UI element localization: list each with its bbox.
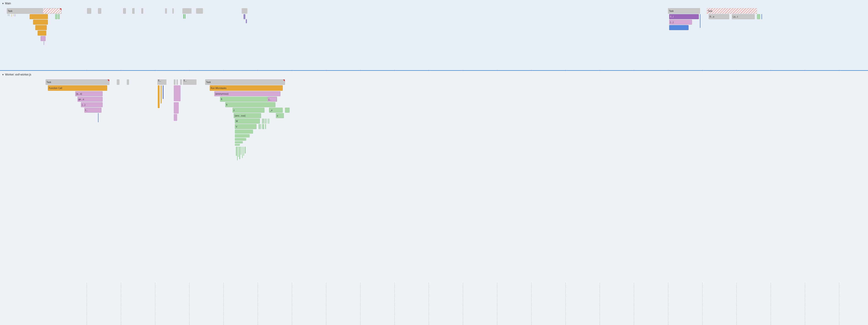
anous-block[interactable]: (ano...ous)	[234, 113, 261, 118]
fi-block[interactable]: F...l	[669, 14, 699, 19]
task-med-2[interactable]	[196, 8, 203, 14]
vline-right-1	[700, 14, 701, 28]
green-sub-5[interactable]	[235, 144, 240, 146]
anonymous-label: (anonymous)	[215, 93, 228, 95]
green-sub-4[interactable]	[235, 141, 243, 144]
blue-mid-1[interactable]	[163, 85, 163, 99]
ellipsis-block[interactable]: (...)	[81, 102, 102, 107]
thin-v-4	[262, 124, 264, 129]
main-orange-4[interactable]	[38, 31, 46, 36]
main-task-6[interactable]	[142, 8, 143, 14]
worker-section: ▼ Worker: exif-worker.js Task Function C…	[0, 71, 868, 282]
main-purple-1[interactable]	[40, 36, 45, 41]
worker-section-header[interactable]: ▼ Worker: exif-worker.js	[0, 72, 868, 77]
main-section-header[interactable]: ▼ Main	[0, 1, 868, 6]
re-block[interactable]: R...e	[709, 14, 729, 19]
fi-label: F...l	[670, 16, 674, 18]
main-task-3[interactable]	[98, 8, 101, 14]
f-block[interactable]: f...	[84, 108, 101, 113]
worker-small-1[interactable]	[117, 79, 120, 85]
t-label: T...	[157, 79, 162, 83]
main-green-1[interactable]	[55, 14, 58, 19]
main-task-right-1[interactable]: Task	[668, 8, 700, 14]
purple-mid-1[interactable]	[174, 85, 181, 101]
task-small-2[interactable]	[173, 8, 174, 14]
blue-line-worker	[98, 113, 98, 122]
o-block[interactable]: o	[276, 113, 284, 118]
green-sub-2[interactable]	[235, 134, 250, 138]
worker-task-1[interactable]: Task	[45, 79, 110, 85]
w-block[interactable]: W	[235, 119, 260, 124]
ellipsis-label: (...)	[82, 104, 85, 106]
function-call-label: Function Call	[49, 87, 62, 89]
task-small-1[interactable]	[165, 8, 167, 14]
tick-purp-2	[44, 41, 44, 45]
worker-task-tiny-1[interactable]	[174, 79, 176, 85]
parens-block[interactable]: (...)	[669, 20, 692, 25]
timeline-container: ▼ Main Task	[0, 0, 868, 325]
anous-label: (ano...ous)	[235, 115, 246, 117]
v-label: V	[236, 125, 237, 128]
main-orange-1[interactable]	[30, 14, 48, 19]
worker-task-3[interactable]: Task	[205, 79, 285, 85]
task-1060[interactable]	[242, 8, 247, 14]
bottom-line-5	[241, 147, 241, 155]
main-green-2[interactable]	[58, 14, 60, 19]
orange-mid-1[interactable]	[158, 85, 160, 108]
ne-label: _e	[270, 109, 273, 112]
blue-block-right[interactable]	[669, 25, 688, 30]
ft-block[interactable]: ft (...	[220, 97, 277, 102]
purple-1078[interactable]	[246, 19, 247, 23]
main-task-right-2[interactable]: Task	[707, 8, 757, 14]
ne-block[interactable]: _e	[269, 108, 283, 113]
orange-mid-2[interactable]	[161, 85, 162, 104]
thin-green-5	[267, 119, 268, 124]
as-block[interactable]: (a...s)	[75, 91, 102, 96]
thin-green-3	[265, 119, 265, 124]
f-label: f...	[85, 109, 88, 112]
worker-task-label-3: Task	[206, 81, 211, 84]
green-far-right[interactable]	[757, 14, 760, 19]
parens-label: (...)	[670, 21, 674, 24]
green-after-ne[interactable]	[285, 108, 289, 113]
gee-block[interactable]: ge...e	[78, 97, 102, 102]
green-tick-1	[183, 14, 184, 19]
thin-v-3	[261, 124, 261, 129]
purple-mid-2[interactable]	[174, 102, 179, 114]
last-block[interactable]: La...t	[732, 14, 755, 19]
worker-track-area: Task Function Call (a...s) ge...e (...) …	[0, 77, 868, 282]
function-call-block[interactable]: Function Call	[48, 85, 107, 91]
bottom-line-8	[245, 147, 246, 153]
main-task-4[interactable]	[123, 8, 126, 14]
worker-small-2[interactable]	[127, 79, 129, 85]
worker-task-label-1: Task	[46, 81, 51, 84]
bottom-line-6	[242, 147, 243, 158]
v-block[interactable]: V	[235, 124, 256, 129]
section-divider	[0, 70, 868, 71]
worker-task-tiny-2[interactable]	[177, 79, 178, 85]
worker-task-tiny-3[interactable]	[180, 79, 182, 85]
green-sub-1[interactable]	[235, 129, 253, 134]
main-task-label-1: Task	[8, 10, 12, 12]
task-med-1[interactable]	[182, 8, 191, 14]
run-microtasks-block[interactable]: Run Microtasks	[210, 85, 283, 91]
green-sub-3[interactable]	[235, 138, 246, 141]
main-orange-2[interactable]	[33, 20, 48, 25]
thin-green-6	[269, 119, 269, 124]
worker-label: Worker: exif-worker.js	[5, 73, 31, 76]
bottom-line-2	[237, 147, 238, 160]
anonymous-block[interactable]: (anonymous)	[214, 91, 280, 96]
z-block[interactable]: z	[232, 108, 265, 113]
lt-block[interactable]: lt	[225, 102, 275, 107]
task-right-label-1: Task	[669, 10, 674, 12]
worker-t-task[interactable]: T...	[183, 79, 196, 85]
purple-1060[interactable]	[244, 14, 245, 19]
main-task-5[interactable]	[132, 8, 134, 14]
main-task-block-1[interactable]: Task	[7, 8, 62, 14]
thin-v-1	[259, 124, 259, 129]
thin-v-6	[266, 124, 266, 129]
main-task-2[interactable]	[87, 8, 91, 14]
purple-mid-3[interactable]	[174, 114, 177, 121]
worker-mid-task[interactable]: T...	[157, 79, 166, 85]
main-orange-3[interactable]	[35, 25, 47, 30]
